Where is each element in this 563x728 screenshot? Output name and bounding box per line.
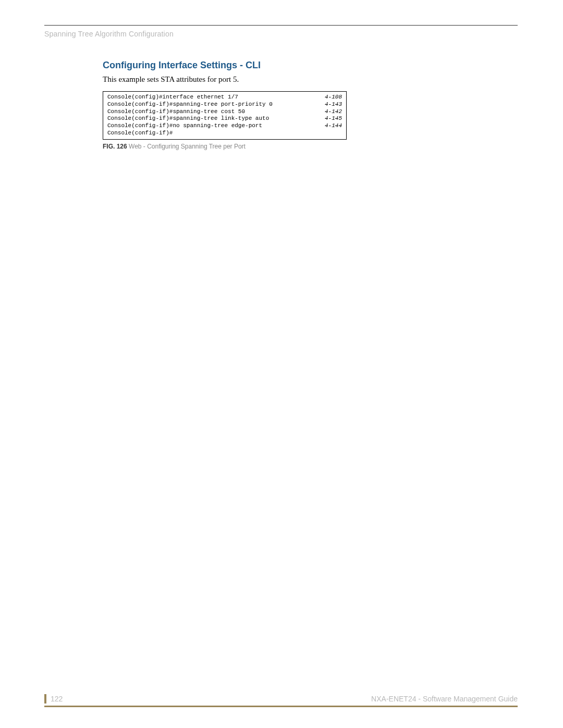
code-ref: 4-144 <box>325 122 342 130</box>
figure-caption: FIG. 126 Web - Configuring Spanning Tree… <box>103 143 518 150</box>
page-footer: 122 NXA-ENET24 - Software Management Gui… <box>44 694 518 707</box>
code-ref: 4-108 <box>325 94 342 101</box>
code-cmd: Console(config-if)#spanning-tree link-ty… <box>107 115 269 122</box>
figure-text: Web - Configuring Spanning Tree per Port <box>127 143 246 150</box>
code-cmd: Console(config-if)#spanning-tree port-pr… <box>107 101 273 108</box>
code-ref: 4-142 <box>325 108 342 116</box>
page-number-block: 122 <box>44 694 63 704</box>
page-number-bar-icon <box>44 694 46 704</box>
intro-text: This example sets STA attributes for por… <box>103 75 518 84</box>
footer-doc-title: NXA-ENET24 - Software Management Guide <box>371 695 518 703</box>
page-container: Spanning Tree Algorithm Configuration Co… <box>44 25 518 702</box>
code-cmd: Console(config)#interface ethernet 1/7 <box>107 94 238 101</box>
cli-code-box: Console(config)#interface ethernet 1/7 4… <box>103 91 347 140</box>
top-rule <box>44 25 518 26</box>
bottom-rule <box>44 706 518 707</box>
code-line: Console(config-if)#no spanning-tree edge… <box>107 122 342 130</box>
code-line: Console(config-if)#spanning-tree port-pr… <box>107 101 342 108</box>
code-line: Console(config-if)#spanning-tree link-ty… <box>107 115 342 122</box>
code-line: Console(config-if)#spanning-tree cost 50… <box>107 108 342 116</box>
code-ref: 4-143 <box>325 101 342 108</box>
section-heading: Configuring Interface Settings - CLI <box>103 60 518 71</box>
running-header: Spanning Tree Algorithm Configuration <box>44 30 518 38</box>
code-ref: 4-145 <box>325 115 342 122</box>
main-content: Configuring Interface Settings - CLI Thi… <box>103 60 518 150</box>
code-line: Console(config)#interface ethernet 1/7 4… <box>107 94 342 101</box>
page-number: 122 <box>51 695 63 703</box>
code-cmd: Console(config-if)#no spanning-tree edge… <box>107 122 262 130</box>
code-cmd: Console(config-if)#spanning-tree cost 50 <box>107 108 245 116</box>
code-line: Console(config-if)# <box>107 130 342 137</box>
figure-label: FIG. 126 <box>103 143 127 150</box>
footer-row: 122 NXA-ENET24 - Software Management Gui… <box>44 694 518 704</box>
code-cmd: Console(config-if)# <box>107 130 173 137</box>
